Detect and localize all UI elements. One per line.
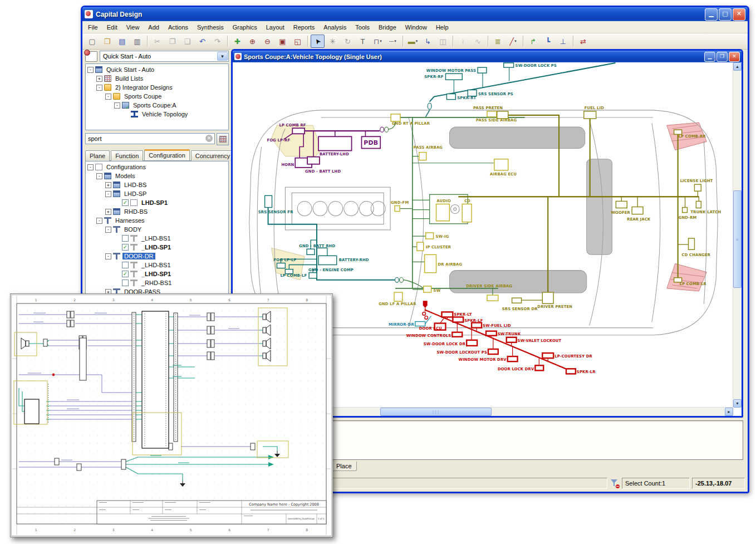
menu-synthesis[interactable]: Synthesis [193,22,228,32]
device-label[interactable]: DRIVER SIDE AIRBAG [466,284,512,288]
device-box[interactable] [632,207,643,214]
device-label[interactable]: AUDIO [437,199,451,203]
menu-actions[interactable]: Actions [164,22,193,32]
rotate-button[interactable]: ↻ [341,35,355,48]
expander-icon[interactable]: - [105,94,111,100]
chevron-down-icon[interactable]: ▼ [217,52,228,61]
menu-help[interactable]: Help [431,22,453,32]
device-label[interactable]: BATTERY-RHD [339,258,369,262]
menu-file[interactable]: File [84,22,102,32]
device-label[interactable]: WINDOW CONTROLS [406,334,451,338]
main-titlebar[interactable]: Capital Design ▁ ▢ ✕ [82,7,748,21]
config-harnesses[interactable]: -Harnesses [86,216,228,225]
device-label[interactable]: LP-COURTESY DR [554,354,592,359]
project-quick-start-auto[interactable]: -Quick Start - Auto [86,65,228,74]
device-label[interactable]: CD [464,199,470,203]
expander-icon[interactable]: + [96,76,102,82]
connect-tee-button[interactable]: ⊥ [556,35,570,48]
device-box[interactable] [425,254,436,272]
menu-bridge[interactable]: Bridge [374,22,401,32]
config-door-dr[interactable]: -DOOR-DR [86,252,228,261]
config-rhd-bs[interactable]: +RHD-BS [86,207,228,216]
checkbox[interactable] [122,280,129,286]
device-label[interactable]: SPKR-LF [464,318,483,322]
device-label[interactable]: FUEL LID [585,106,604,110]
scroll-down-button[interactable]: ▼ [733,399,742,408]
device-box[interactable] [424,286,431,292]
save-button[interactable]: ▤ [115,35,129,48]
device-box[interactable] [307,249,315,254]
maximize-button[interactable]: ▢ [719,8,732,21]
device-box[interactable] [309,273,317,278]
vertical-scrollbar[interactable]: ▲ ≡ ▼ [733,62,742,408]
zoom-window-button[interactable]: ▣ [276,35,289,48]
device-label[interactable]: MIRROR-DR [389,322,414,327]
config--rhd-bs1[interactable]: _RHD-BS1 [86,278,228,287]
doc-minimize-button[interactable]: ▁ [704,52,715,62]
device-label[interactable]: SPKR-LT [454,312,472,317]
config-configurations[interactable]: -Configurations [86,163,228,171]
device-label[interactable]: WOOFER [611,210,630,215]
project-2-integrator-designs[interactable]: -2) Integrator Designs [86,83,228,92]
menu-edit[interactable]: Edit [102,22,122,32]
expander-icon[interactable]: - [87,164,94,170]
device-box[interactable] [395,205,400,211]
config--lhd-sp1[interactable]: ✓_LHD-SP1 [86,243,228,252]
device-label[interactable]: SW-VALET LOCKOUT [518,339,562,343]
expander-icon[interactable]: + [105,182,111,188]
device-box[interactable] [467,340,477,346]
device-label[interactable]: GND-RM [679,215,697,220]
expander-icon[interactable]: - [105,191,111,197]
device-label[interactable]: GND LF A PILLAR [379,302,416,306]
device-label[interactable]: SRS SENSOR DR [502,307,538,311]
device-label[interactable]: IP CLUSTER [426,245,451,249]
device-label[interactable]: SW-TRUNK [498,332,521,336]
config--lhd-sp1[interactable]: ✓_LHD-SP1 [86,269,228,278]
device-label[interactable]: WINDOW MOTOR DRV [459,357,507,362]
device-label[interactable]: SPKR-RF [424,75,443,79]
device-box[interactable] [694,184,701,191]
style-button[interactable]: ┄▾ [386,35,400,48]
device-box[interactable] [318,136,352,150]
device-box[interactable] [307,157,320,164]
expander-icon[interactable]: - [105,253,111,259]
menu-analysis[interactable]: Analysis [319,22,351,32]
device-box[interactable] [415,322,425,326]
device-box[interactable] [486,331,497,336]
device-box[interactable] [277,263,285,268]
device-label[interactable]: PDB [364,139,378,146]
filter-icon[interactable] [610,478,620,488]
checkbox[interactable]: ✓ [122,271,129,277]
device-label[interactable]: GND-FM [391,200,409,205]
text-button[interactable]: T [356,35,370,48]
device-box[interactable] [453,317,463,322]
config--lhd-bs1[interactable]: _LHD-BS1 [86,261,228,269]
project-sports-coupe-a[interactable]: -Sports Coupe:A [86,101,228,110]
device-box[interactable] [487,295,498,301]
device-label[interactable]: SRS SENSOR FR [258,210,293,214]
device-label[interactable]: SW [434,288,441,293]
device-label[interactable]: LP COMB-RR [679,134,706,139]
device-box[interactable] [488,349,498,354]
device-box[interactable] [318,256,337,264]
device-label[interactable]: SW-DOOR LOCKOUT PS [436,350,487,355]
menu-add[interactable]: Add [144,22,164,32]
device-box[interactable] [494,159,508,170]
expander-icon[interactable]: - [96,173,102,179]
device-label[interactable]: BATTERY-LHD [320,152,349,156]
checkbox[interactable]: ✓ [122,244,129,251]
scroll-up-button[interactable]: ▲ [733,62,742,71]
device-label[interactable]: DOOR ECU [419,326,442,331]
doc-close-button[interactable]: ✕ [729,52,740,62]
clear-search-icon[interactable]: ✕ [205,135,213,142]
menu-view[interactable]: View [122,22,144,32]
device-label[interactable]: SW-DOOR LOCK PS [516,63,557,68]
device-box[interactable] [462,204,472,222]
tab-configuration[interactable]: Configuration [144,149,189,160]
cut-button[interactable]: ✂ [150,35,164,48]
device-label[interactable]: FOG LP-RF [267,138,291,143]
expander-icon[interactable]: - [105,227,111,233]
pinout-button[interactable]: ≣ [491,35,505,48]
project-vehicle-topology[interactable]: Vehicle Topology [86,110,228,119]
new-button[interactable]: ▢ [85,35,99,48]
